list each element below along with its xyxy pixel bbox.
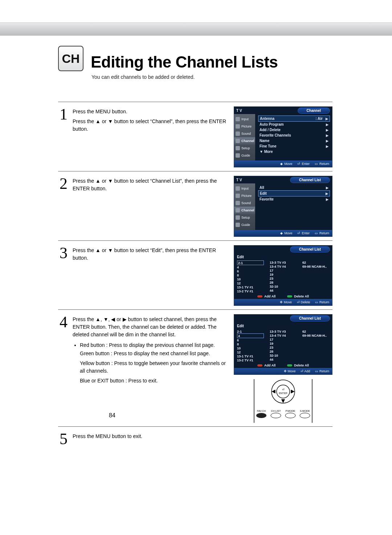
chevron-right-icon: ▶ xyxy=(326,134,328,137)
osd-menu-row: Fine Tune▶ xyxy=(258,143,330,149)
osd-sidebar-item: Input xyxy=(234,185,255,192)
delete-all-action: Delete All xyxy=(287,364,309,367)
step4-bullets: Red button : Press to display the previo… xyxy=(73,341,230,349)
osd-sidebar-item: Setup xyxy=(234,214,255,221)
sidebar-item-icon xyxy=(236,208,240,212)
svg-text:FAV.CH: FAV.CH xyxy=(257,410,266,412)
svg-text:CH LIST: CH LIST xyxy=(271,410,281,412)
channel-entry: 13-4 TV #4 xyxy=(270,333,297,337)
add-all-action: Add All xyxy=(257,295,275,298)
svg-point-3 xyxy=(277,385,290,398)
add-all-action: Add All xyxy=(257,364,275,367)
channel-entry: 13-1 TV #1 xyxy=(237,285,264,289)
sidebar-item-icon xyxy=(236,186,240,191)
svg-text:⏎: ⏎ xyxy=(282,388,285,391)
osd-sidebar-item: Guide xyxy=(234,221,255,228)
osd-sidebar-item: Channel xyxy=(234,137,255,145)
edit-label: Edit xyxy=(237,254,329,260)
channel-entry: 62 xyxy=(302,329,329,333)
channel-entry: 19 xyxy=(270,341,297,345)
steps-list: 1 Press the MENU button. Press the ▲ or … xyxy=(58,102,332,451)
osd-menu-row: All▶ xyxy=(258,185,330,190)
channel-entry: 8 xyxy=(237,342,264,346)
channel-entry: 23 xyxy=(270,345,297,349)
svg-marker-4 xyxy=(272,390,275,393)
step-number: 3 xyxy=(58,244,69,261)
step-5: 5 Press the MENU button to exit. xyxy=(58,427,332,451)
page-subtitle: You can edit channels to be added or del… xyxy=(91,74,332,80)
step-4: 4 Press the ▲, ▼, ◀ or ▶ button to selec… xyxy=(58,310,332,427)
sidebar-item-icon xyxy=(236,223,240,227)
red-dot-icon xyxy=(257,364,262,366)
step4-figure: Channel ListEdit2-1468101213-1 TV #113-2… xyxy=(234,313,332,423)
osd-main: All▶Edit▶Favorite▶ xyxy=(255,183,332,230)
osd-footer: ◆ Move ⏎ Enter ▭ Return xyxy=(234,230,332,236)
osd-sidebar-item: Input xyxy=(234,115,255,123)
osd-menu-row: Favorite Channels▶ xyxy=(258,133,330,138)
channel-entry: 17 xyxy=(270,268,297,272)
channel-entry: 13-3 TV #3 xyxy=(270,260,297,264)
footer-move-icon: ◆ Move xyxy=(280,162,292,166)
step-body: Press the ▲, ▼, ◀ or ▶ button to select … xyxy=(73,313,230,387)
channel-entry: 13-2 TV #1 xyxy=(237,358,264,362)
channel-entry: 12 xyxy=(237,350,264,354)
channel-entry: 23 xyxy=(270,276,297,280)
step4-para: Press the ▲, ▼, ◀ or ▶ button to select … xyxy=(73,316,230,339)
step-body: Press the ▲ or ▼ button to select “Chann… xyxy=(73,175,230,195)
osd-menu-row: Name▶ xyxy=(258,138,330,143)
channel-entry: 13-1 TV #1 xyxy=(237,354,264,358)
osd-footer: ◆ Move ⏎ Enter ▭ Return xyxy=(234,161,332,167)
step-body: Press the MENU button. Press the ▲ or ▼ … xyxy=(73,106,230,135)
sidebar-item-icon xyxy=(236,194,240,198)
channel-entry: 13-4 TV #4 xyxy=(270,264,297,268)
osd-sidebar-item: Picture xyxy=(234,123,255,130)
sidebar-item-icon xyxy=(236,131,240,136)
osd-channel-list-menu: T V Channel List InputPictureSoundChanne… xyxy=(234,176,332,237)
chevron-right-icon: ▶ xyxy=(326,145,328,148)
step2-figure: T V Channel List InputPictureSoundChanne… xyxy=(234,175,332,237)
footer-enter-icon: ⏎ Enter xyxy=(297,162,310,166)
channel-entry: 8 xyxy=(237,273,264,277)
sidebar-item-icon xyxy=(236,201,240,205)
osd-edit-list-1: Channel ListEdit2-1468101213-1 TV #113-2… xyxy=(234,245,332,306)
step-3: 3 Press the ▲ or ▼ button to select “Edi… xyxy=(58,241,332,310)
svg-point-16 xyxy=(300,413,310,418)
step-number: 2 xyxy=(58,175,69,192)
step3-line1: Press the ▲ or ▼ button to select “Edit”… xyxy=(73,247,230,262)
channel-entry: 13-3 TV #3 xyxy=(270,329,297,333)
osd-tv-label: T V xyxy=(236,178,242,182)
channel-entry: 69-98 NCAM-H.. xyxy=(302,264,329,268)
sidebar-item-icon xyxy=(236,139,240,143)
title-row: CH Editing the Channel Lists xyxy=(58,46,332,71)
channel-entry: 10 xyxy=(237,277,264,281)
channel-entry: 32-10 xyxy=(270,284,297,288)
osd-menu-row: Antenna: Air▶ xyxy=(258,115,330,122)
svg-text:S.MODE: S.MODE xyxy=(300,410,310,412)
channel-entry: 69-98 NCAM-H.. xyxy=(302,333,329,337)
svg-point-12 xyxy=(271,413,281,418)
footer-return-icon: ▭ Return xyxy=(315,162,329,166)
channel-entry: 2-1 xyxy=(237,260,264,265)
channel-entry: 4 xyxy=(237,333,264,338)
step1-line2: Press the ▲ or ▼ button to select “Chann… xyxy=(73,118,230,133)
channel-entry: 6 xyxy=(237,338,264,342)
osd-sidebar-item: Sound xyxy=(234,130,255,137)
osd-menu-row: Edit▶ xyxy=(258,190,330,196)
bullet-blue: Blue or EXIT button : Press to exit. xyxy=(80,377,230,385)
step-number: 1 xyxy=(58,106,69,122)
channel-entry: 10 xyxy=(237,346,264,350)
bullet-green: Green button : Press to display the next… xyxy=(80,350,230,357)
osd-sidebar: InputPictureSoundChannelSetupGuide xyxy=(234,183,255,230)
chevron-right-icon: ▶ xyxy=(326,198,328,201)
chevron-right-icon: ▶ xyxy=(326,128,328,132)
chevron-right-icon: ▶ xyxy=(326,192,328,195)
osd-tv-label: T V xyxy=(236,109,242,113)
channel-entry: 6 xyxy=(237,269,264,273)
top-header-bar xyxy=(0,23,392,36)
channel-entry: 62 xyxy=(302,260,329,264)
osd-menu-row: ▼ More xyxy=(258,149,330,154)
sidebar-item-icon xyxy=(236,153,240,158)
osd-sidebar: InputPictureSoundChannelSetupGuide xyxy=(234,114,255,161)
page-content: CH Editing the Channel Lists You can edi… xyxy=(58,46,332,513)
svg-point-14 xyxy=(285,413,295,418)
